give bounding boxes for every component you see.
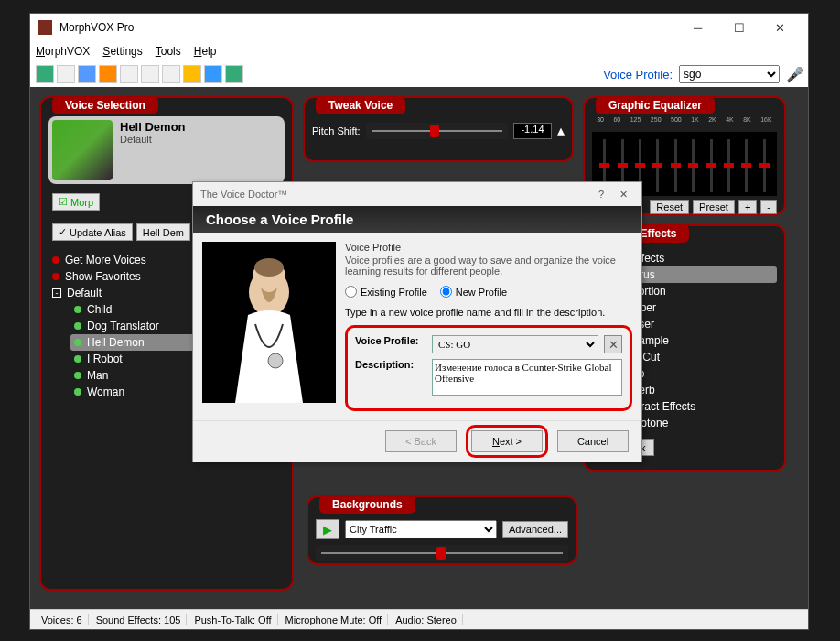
eq-minus-button[interactable]: -: [760, 200, 777, 214]
voice-profile-label: Voice Profile:: [603, 68, 673, 81]
toolbar-icon[interactable]: [141, 65, 159, 83]
toolbar-icon[interactable]: [57, 65, 75, 83]
pitch-value: -1.14: [513, 123, 552, 139]
svg-point-4: [254, 258, 284, 277]
highlight-next: Next >: [466, 425, 548, 458]
advanced-button[interactable]: Advanced...: [502, 521, 568, 538]
pitch-label: Pitch Shift:: [312, 125, 361, 136]
description-textarea[interactable]: [432, 359, 622, 396]
description-label: Description:: [355, 359, 426, 370]
back-button: < Back: [385, 430, 457, 452]
panel-header: Graphic Equalizer: [596, 96, 715, 114]
dialog-description: Voice profiles are a good way to save an…: [345, 255, 632, 277]
hell-dem-tab[interactable]: Hell Dem: [136, 223, 190, 241]
status-ptt: Push-To-Talk: Off: [188, 614, 277, 625]
toolbar-icon[interactable]: [78, 65, 96, 83]
toolbar-icon[interactable]: [225, 65, 243, 83]
toolbar-icon[interactable]: [120, 65, 138, 83]
eq-reset-button[interactable]: Reset: [650, 200, 689, 214]
toolbar-icon[interactable]: [162, 65, 180, 83]
play-button[interactable]: ▶: [316, 519, 339, 539]
background-select[interactable]: City Traffic: [345, 520, 497, 538]
instruction-text: Type in a new voice profile name and fil…: [345, 307, 632, 318]
pitch-stepper[interactable]: ▴: [557, 122, 565, 139]
tweak-voice-panel: Tweak Voice Pitch Shift: -1.14 ▴: [303, 96, 574, 162]
pitch-slider[interactable]: [366, 123, 508, 139]
panel-header: Tweak Voice: [316, 96, 405, 114]
radio-existing[interactable]: Existing Profile: [345, 286, 427, 298]
backgrounds-panel: Backgrounds ▶ City Traffic Advanced...: [307, 495, 577, 565]
bg-volume-slider[interactable]: [316, 545, 568, 561]
toolbar-icon[interactable]: [99, 65, 117, 83]
current-voice-sub: Default: [120, 134, 281, 145]
cancel-button[interactable]: Cancel: [557, 430, 629, 452]
status-audio: Audio: Stereo: [390, 614, 463, 625]
eq-preset-button[interactable]: Preset: [693, 200, 735, 214]
dialog-header: Choose a Voice Profile: [193, 206, 641, 233]
radio-new[interactable]: New Profile: [440, 286, 507, 298]
dialog-titlebar: The Voice Doctor™ ? ✕: [193, 182, 641, 206]
doctor-image: [202, 242, 336, 403]
svg-point-5: [268, 353, 283, 368]
panel-header: Backgrounds: [319, 495, 415, 514]
delete-profile-button[interactable]: ✕: [604, 335, 622, 353]
morph-button[interactable]: ☑ Morp: [52, 193, 100, 211]
next-button[interactable]: Next >: [471, 430, 543, 452]
mic-icon[interactable]: 🎤: [786, 66, 802, 82]
highlight-form: Voice Profile: CS: GO ✕ Description:: [345, 325, 632, 411]
statusbar: Voices: 6 Sound Effects: 105 Push-To-Tal…: [30, 609, 808, 629]
voice-avatar: [52, 120, 113, 180]
menu-morphvox[interactable]: MorphVOX: [36, 45, 90, 58]
toolbar: Voice Profile: sgo 🎤: [30, 61, 808, 87]
toolbar-icon[interactable]: [183, 65, 201, 83]
close-button[interactable]: ✕: [759, 15, 801, 40]
toolbar-icon[interactable]: [36, 65, 54, 83]
menu-help[interactable]: Help: [194, 45, 217, 58]
group-label: Voice Profile: [345, 242, 632, 255]
dialog-close-button[interactable]: ✕: [612, 189, 634, 201]
app-title: MorphVOX Pro: [59, 21, 677, 34]
titlebar: MorphVOX Pro ─ ☐ ✕: [30, 14, 808, 41]
minimize-button[interactable]: ─: [677, 15, 718, 40]
profile-label: Voice Profile:: [355, 335, 426, 346]
voice-profile-select[interactable]: sgo: [679, 65, 780, 83]
status-sfx: Sound Effects: 105: [91, 614, 188, 625]
dialog-help-button[interactable]: ?: [590, 189, 612, 200]
panel-header: Voice Selection: [52, 96, 158, 114]
status-voices: Voices: 6: [36, 614, 89, 625]
toolbar-icon[interactable]: [204, 65, 222, 83]
status-mic: Microphone Mute: Off: [280, 614, 389, 625]
maximize-button[interactable]: ☐: [718, 15, 759, 40]
menubar: MorphVOX Settings Tools Help: [30, 41, 808, 61]
app-logo: [38, 20, 52, 35]
profile-name-select[interactable]: CS: GO: [432, 335, 598, 353]
update-alias-button[interactable]: ✓ Update Alias: [52, 223, 133, 241]
menu-tools[interactable]: Tools: [156, 45, 181, 58]
eq-plus-button[interactable]: +: [738, 200, 757, 214]
menu-settings[interactable]: Settings: [102, 45, 142, 58]
dialog-title-text: The Voice Doctor™: [200, 189, 287, 200]
voice-doctor-dialog: The Voice Doctor™ ? ✕ Choose a Voice Pro…: [192, 181, 642, 462]
current-voice-name: Hell Demon: [120, 120, 281, 134]
